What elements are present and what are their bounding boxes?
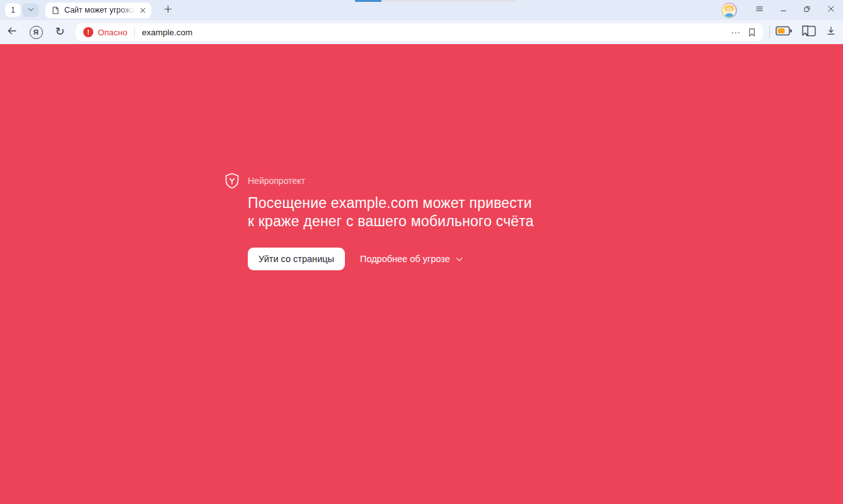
battery-saver-button[interactable]: [776, 23, 793, 42]
reload-icon: ↻: [55, 26, 64, 37]
avatar-image: [723, 4, 736, 17]
warning-heading-line2: к краже денег с вашего мобильного счёта: [248, 212, 534, 231]
hamburger-menu-icon: [755, 4, 764, 16]
window-restore-button[interactable]: [795, 0, 819, 20]
security-warning-page: Нейропротект Посещение example.com может…: [0, 44, 843, 504]
browser-menu-button[interactable]: [747, 0, 771, 20]
leave-page-button[interactable]: Уйти со страницы: [248, 248, 345, 270]
security-status-label: Опасно: [98, 28, 127, 37]
page-document-icon: [51, 6, 60, 15]
tab-counter-badge[interactable]: 1: [5, 3, 21, 17]
chevron-down-icon: [455, 255, 464, 264]
threat-details-label: Подробнее об угрозе: [360, 254, 450, 264]
security-status-badge[interactable]: ! Опасно: [83, 27, 127, 37]
new-tab-button[interactable]: [160, 2, 176, 18]
protect-brand-label: Нейропротект: [248, 176, 305, 186]
toolbar-divider: [769, 26, 770, 38]
warning-heading: Посещение example.com может привести к к…: [248, 194, 534, 230]
shield-icon: [224, 173, 240, 189]
more-actions-icon[interactable]: ⋯: [731, 28, 741, 37]
tab-list-dropdown-button[interactable]: [22, 3, 39, 17]
yandex-home-button[interactable]: Я: [24, 23, 48, 42]
tab-title: Сайт может угрожать бе: [64, 6, 137, 14]
back-button[interactable]: [0, 23, 24, 42]
warning-heading-line1: Посещение example.com может привести: [248, 194, 534, 212]
window-close-button[interactable]: [819, 0, 843, 20]
url-text[interactable]: example.com: [142, 28, 192, 37]
bookmark-icon[interactable]: [747, 27, 757, 38]
battery-icon: [776, 26, 793, 38]
reload-button[interactable]: ↻: [48, 23, 72, 42]
back-arrow-icon: [6, 25, 18, 39]
address-divider: [134, 27, 135, 37]
active-tab[interactable]: Сайт может угрожать бе: [45, 3, 151, 18]
downloads-button[interactable]: [825, 23, 837, 42]
side-panel-button[interactable]: [801, 23, 817, 42]
minimize-icon: [779, 4, 788, 16]
warning-actions: Уйти со страницы Подробнее об угрозе: [248, 248, 534, 270]
threat-details-link[interactable]: Подробнее об угрозе: [360, 254, 464, 264]
tab-strip: 1 Сайт может угрожать бе: [0, 0, 843, 20]
window-minimize-button[interactable]: [771, 0, 795, 20]
collections-panel-icon: [801, 25, 817, 40]
address-bar[interactable]: ! Опасно example.com ⋯: [76, 23, 763, 41]
download-icon: [825, 25, 837, 39]
profile-avatar[interactable]: [721, 3, 737, 18]
danger-exclamation-icon: !: [83, 27, 93, 37]
chevron-down-icon: [27, 4, 35, 16]
restore-icon: [803, 4, 811, 16]
close-icon: [827, 4, 835, 16]
tab-close-icon[interactable]: [139, 7, 146, 14]
browser-toolbar: Я ↻ ! Опасно example.com ⋯: [0, 20, 843, 44]
yandex-logo-icon: Я: [30, 26, 43, 39]
warning-content: Нейропротект Посещение example.com может…: [248, 173, 534, 270]
plus-icon: [163, 4, 173, 16]
protect-brand-row: Нейропротект: [248, 173, 534, 188]
